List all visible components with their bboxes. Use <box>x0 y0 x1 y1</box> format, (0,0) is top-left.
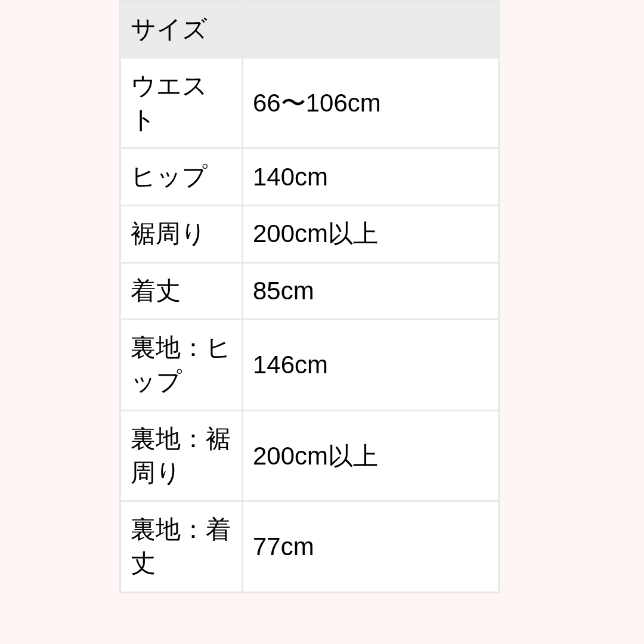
row-label: 裏地：着丈 <box>120 501 243 592</box>
size-table: サイズ ウエスト 66〜106cm ヒップ 140cm 裾周り 200cm以上 … <box>119 0 500 593</box>
row-label: ウエスト <box>120 58 243 148</box>
row-label: 裏地：ヒップ <box>120 320 243 410</box>
table-header-row: サイズ <box>120 1 499 58</box>
row-value: 200cm以上 <box>243 206 499 263</box>
table-row: 裏地：ヒップ 146cm <box>120 320 499 410</box>
row-label: 着丈 <box>120 262 243 320</box>
row-value: 66〜106cm <box>243 58 499 148</box>
row-value: 140cm <box>243 148 499 206</box>
table-row: 裏地：裾周り 200cm以上 <box>120 410 499 501</box>
row-value: 85cm <box>243 262 499 320</box>
table-row: 裏地：着丈 77cm <box>120 501 499 592</box>
row-value: 77cm <box>243 501 499 592</box>
row-value: 200cm以上 <box>243 410 499 501</box>
header-label-cell: サイズ <box>120 1 243 58</box>
table-row: 裾周り 200cm以上 <box>120 206 499 263</box>
row-label: 裏地：裾周り <box>120 410 243 501</box>
header-empty-cell <box>243 1 499 58</box>
row-value: 146cm <box>243 320 499 410</box>
row-label: 裾周り <box>120 206 243 263</box>
table-row: ウエスト 66〜106cm <box>120 58 499 148</box>
table-row: 着丈 85cm <box>120 262 499 320</box>
table-row: ヒップ 140cm <box>120 148 499 206</box>
row-label: ヒップ <box>120 148 243 206</box>
size-table-container: サイズ ウエスト 66〜106cm ヒップ 140cm 裾周り 200cm以上 … <box>0 0 644 593</box>
